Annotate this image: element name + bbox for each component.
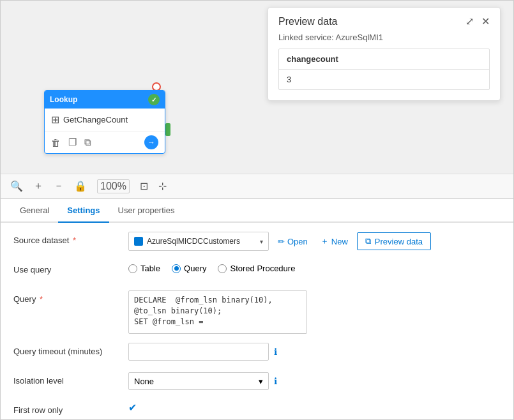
lookup-activity-name: GetChangeCount xyxy=(63,115,128,124)
query-required: * xyxy=(37,294,43,304)
use-query-control: Table Query Stored Procedure xyxy=(128,261,501,273)
radio-label-sp: Stored Procedure xyxy=(230,264,295,273)
radio-circle-sp[interactable] xyxy=(218,264,227,273)
use-query-row: Use query Table Query xyxy=(13,261,501,281)
radio-group: Table Query Stored Procedure xyxy=(128,261,295,273)
radio-circle-query[interactable] xyxy=(172,264,181,273)
preview-header-actions: ⤢ ✕ xyxy=(465,15,490,27)
source-dataset-row: Source dataset * AzureSqlMICDCCustomers … xyxy=(13,232,501,252)
query-timeout-input[interactable] xyxy=(128,343,269,361)
preview-data-table: changecount 3 xyxy=(278,49,490,90)
isolation-info-icon[interactable]: ℹ xyxy=(274,376,277,386)
search-icon[interactable]: 🔍 xyxy=(10,180,23,192)
first-row-only-row: First row only ✔ xyxy=(13,401,501,419)
query-control: DECLARE @from_lsn binary(10), @to_lsn bi… xyxy=(128,290,501,334)
arrow-connect-btn[interactable]: → xyxy=(144,135,158,149)
dataset-icon xyxy=(134,237,143,246)
dropdown-arrow-icon: ▾ xyxy=(260,238,263,245)
radio-query[interactable]: Query xyxy=(172,264,206,273)
plus-icon: ＋ xyxy=(321,236,329,247)
preview-panel-header: Preview data ⤢ ✕ xyxy=(268,8,500,33)
zoom-level[interactable]: 100% xyxy=(97,179,130,193)
query-label: Query * xyxy=(13,290,128,304)
isolation-level-row: Isolation level None ▾ ℹ xyxy=(13,372,501,393)
fit-icon[interactable]: ⊡ xyxy=(140,180,148,192)
delete-icon[interactable]: 🗑 xyxy=(51,137,61,148)
preview-panel-title: Preview data xyxy=(278,16,338,27)
settings-panel: General Settings User properties Source … xyxy=(1,199,513,419)
lookup-header: Lookup ✓ xyxy=(45,91,165,109)
isolation-value: None xyxy=(134,377,154,386)
new-dataset-btn[interactable]: ＋ New xyxy=(317,233,352,250)
preview-column-header: changecount xyxy=(279,49,489,70)
source-dataset-label: Source dataset * xyxy=(13,232,128,245)
preview-panel: Preview data ⤢ ✕ Linked service: AzureSq… xyxy=(268,7,501,101)
settings-content: Source dataset * AzureSqlMICDCCustomers … xyxy=(1,223,513,419)
new-label: New xyxy=(331,237,348,246)
dataset-name: AzureSqlMICDCCustomers xyxy=(147,237,256,246)
copy-icon[interactable]: ⧉ xyxy=(84,137,91,148)
table-row: 3 xyxy=(279,70,489,90)
clone-icon[interactable]: ❐ xyxy=(68,137,77,148)
lookup-body: ⊞ GetChangeCount xyxy=(45,109,165,131)
required-indicator: * xyxy=(70,236,76,245)
timeout-info-icon[interactable]: ℹ xyxy=(274,347,277,357)
preview-data-label: Preview data xyxy=(375,237,423,246)
expand-icon[interactable]: ⤢ xyxy=(465,15,474,27)
main-container: Lookup ✓ ⊞ GetChangeCount 🗑 ❐ ⧉ → 🔍 ＋ － … xyxy=(0,0,514,420)
tab-settings[interactable]: Settings xyxy=(58,199,109,223)
link-icon: ⧉ xyxy=(365,236,371,246)
add-icon[interactable]: ＋ xyxy=(33,179,43,193)
preview-data-btn[interactable]: ⧉ Preview data xyxy=(357,232,431,250)
query-timeout-control: ℹ xyxy=(128,343,501,361)
tabs-bar: General Settings User properties xyxy=(1,199,513,223)
close-icon[interactable]: ✕ xyxy=(481,15,490,27)
source-dataset-control: AzureSqlMICDCCustomers ▾ ✏ Open ＋ New ⧉ … xyxy=(128,232,501,251)
first-row-only-check[interactable]: ✔ xyxy=(128,401,137,414)
lookup-search-icon: ⊞ xyxy=(51,114,59,126)
open-label: Open xyxy=(287,237,308,246)
pencil-icon: ✏ xyxy=(278,237,285,246)
query-timeout-row: Query timeout (minutes) ℹ xyxy=(13,343,501,363)
lock-icon[interactable]: 🔒 xyxy=(74,180,87,192)
isolation-level-control: None ▾ ℹ xyxy=(128,372,501,390)
radio-table[interactable]: Table xyxy=(128,264,160,273)
preview-linked-service: Linked service: AzureSqlMI1 xyxy=(268,33,500,49)
use-query-label: Use query xyxy=(13,261,128,274)
canvas-area: Lookup ✓ ⊞ GetChangeCount 🗑 ❐ ⧉ → 🔍 ＋ － … xyxy=(1,1,513,199)
first-row-only-label: First row only xyxy=(13,401,128,415)
radio-circle-table[interactable] xyxy=(128,264,137,273)
lookup-footer: 🗑 ❐ ⧉ → xyxy=(45,131,165,153)
lookup-node[interactable]: Lookup ✓ ⊞ GetChangeCount 🗑 ❐ ⧉ → xyxy=(44,90,165,154)
green-connector-rect xyxy=(165,123,170,136)
isolation-level-label: Isolation level xyxy=(13,372,128,386)
minus-icon[interactable]: － xyxy=(54,179,64,193)
preview-cell-value: 3 xyxy=(279,70,489,90)
radio-stored-procedure[interactable]: Stored Procedure xyxy=(218,264,295,273)
dataset-select-dropdown[interactable]: AzureSqlMICDCCustomers ▾ xyxy=(128,232,269,251)
lookup-label: Lookup xyxy=(50,95,77,104)
canvas-toolbar: 🔍 ＋ － 🔒 100% ⊡ ⊹ xyxy=(1,174,513,198)
query-textarea[interactable]: DECLARE @from_lsn binary(10), @to_lsn bi… xyxy=(128,290,307,334)
radio-label-table: Table xyxy=(140,264,160,273)
isolation-arrow-icon: ▾ xyxy=(259,377,263,386)
tab-general[interactable]: General xyxy=(11,199,58,223)
isolation-level-select[interactable]: None ▾ xyxy=(128,372,269,390)
select-icon[interactable]: ⊹ xyxy=(158,180,167,192)
status-badge: ✓ xyxy=(148,94,160,105)
tab-user-properties[interactable]: User properties xyxy=(109,199,184,223)
first-row-only-control: ✔ xyxy=(128,401,501,414)
query-row: Query * DECLARE @from_lsn binary(10), @t… xyxy=(13,290,501,334)
radio-label-query: Query xyxy=(184,264,206,273)
query-timeout-label: Query timeout (minutes) xyxy=(13,343,128,356)
open-dataset-btn[interactable]: ✏ Open xyxy=(274,234,312,249)
